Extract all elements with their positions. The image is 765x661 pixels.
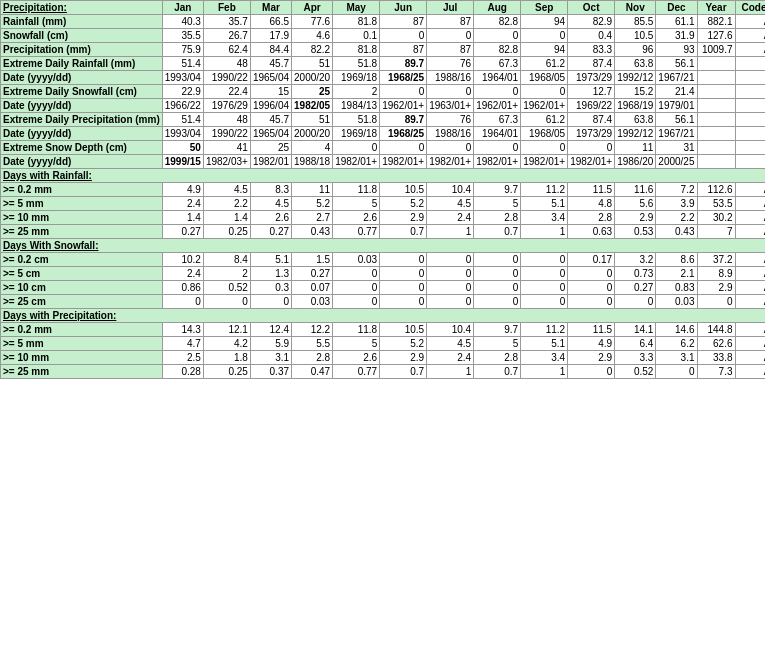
data-cell: 10.5 — [615, 29, 656, 43]
data-cell: 1982/03+ — [203, 155, 250, 169]
data-cell: 4.2 — [203, 337, 250, 351]
data-cell: 4.5 — [203, 183, 250, 197]
data-cell: 0 — [474, 281, 521, 295]
data-cell: 21.4 — [656, 85, 697, 99]
data-cell: 56.1 — [656, 57, 697, 71]
data-cell: 2.8 — [292, 351, 333, 365]
data-cell: 0.43 — [292, 225, 333, 239]
data-cell: 61.1 — [656, 15, 697, 29]
data-cell: 1963/01+ — [427, 99, 474, 113]
data-cell: 63.8 — [615, 57, 656, 71]
data-cell: 0.27 — [615, 281, 656, 295]
data-cell: 5.1 — [521, 337, 568, 351]
row-label: Rainfall (mm) — [1, 15, 163, 29]
data-cell: 67.3 — [474, 113, 521, 127]
data-cell: 0.47 — [292, 365, 333, 379]
data-cell: 45.7 — [250, 113, 291, 127]
data-cell: 67.3 — [474, 57, 521, 71]
data-cell: 2.4 — [162, 267, 203, 281]
data-cell: 0 — [427, 295, 474, 309]
data-cell: 1962/01+ — [380, 99, 427, 113]
row-label: Extreme Daily Precipitation (mm) — [1, 113, 163, 127]
data-cell: 14.1 — [615, 323, 656, 337]
data-cell: 14.3 — [162, 323, 203, 337]
data-cell: 85.5 — [615, 15, 656, 29]
data-cell: 0 — [427, 253, 474, 267]
data-row: >= 25 mm0.280.250.370.470.770.710.7100.5… — [1, 365, 766, 379]
data-cell: 1982/01+ — [521, 155, 568, 169]
data-cell: 11.2 — [521, 183, 568, 197]
data-row: Precipitation (mm)75.962.484.482.281.887… — [1, 43, 766, 57]
data-cell: 11.5 — [568, 323, 615, 337]
data-cell: 5.1 — [250, 253, 291, 267]
data-cell: 4.8 — [568, 197, 615, 211]
data-cell — [735, 141, 765, 155]
data-cell: 4.5 — [250, 197, 291, 211]
data-cell: 0 — [474, 295, 521, 309]
data-cell: 1968/05 — [521, 71, 568, 85]
data-cell: 11.8 — [333, 183, 380, 197]
data-cell: 82.2 — [292, 43, 333, 57]
data-cell: 25 — [250, 141, 291, 155]
data-cell: 2.9 — [568, 351, 615, 365]
data-cell: 87 — [427, 15, 474, 29]
data-cell: 48 — [203, 113, 250, 127]
data-cell: 1969/22 — [568, 99, 615, 113]
data-cell: 1 — [521, 225, 568, 239]
data-cell: 0.03 — [333, 253, 380, 267]
data-cell: 22.9 — [162, 85, 203, 99]
section-header: Days with Precipitation: — [1, 309, 766, 323]
data-cell: 2.4 — [162, 197, 203, 211]
data-cell: 1965/04 — [250, 71, 291, 85]
data-cell: 81.8 — [333, 43, 380, 57]
data-cell: 10.2 — [162, 253, 203, 267]
data-cell: 15 — [250, 85, 291, 99]
data-cell: 0 — [615, 295, 656, 309]
row-label: >= 0.2 mm — [1, 183, 163, 197]
data-cell: 0 — [380, 253, 427, 267]
data-cell: 51.8 — [333, 113, 380, 127]
data-cell: 31 — [656, 141, 697, 155]
data-cell: 1982/01+ — [333, 155, 380, 169]
data-cell: 0 — [521, 253, 568, 267]
data-cell: A — [735, 43, 765, 57]
section-header: Days With Snowfall: — [1, 239, 766, 253]
section-header-label: Days with Precipitation: — [1, 309, 766, 323]
data-cell: 0.28 — [162, 365, 203, 379]
data-cell: 0 — [474, 85, 521, 99]
data-cell: 0 — [474, 29, 521, 43]
column-headers: Precipitation: Jan Feb Mar Apr May Jun J… — [1, 1, 766, 15]
data-cell: 4.6 — [292, 29, 333, 43]
col-header-sep: Sep — [521, 1, 568, 15]
data-cell: 0.52 — [203, 281, 250, 295]
data-cell: 56.1 — [656, 113, 697, 127]
data-row: >= 25 mm0.270.250.270.430.770.710.710.63… — [1, 225, 766, 239]
data-cell: 41 — [203, 141, 250, 155]
data-cell: 77.6 — [292, 15, 333, 29]
data-cell: 1 — [521, 365, 568, 379]
data-cell: 1988/16 — [427, 71, 474, 85]
data-cell: 33.8 — [697, 351, 735, 365]
data-row: Date (yyyy/dd)1999/151982/03+1982/011988… — [1, 155, 766, 169]
data-cell: 48 — [203, 57, 250, 71]
data-cell: 12.1 — [203, 323, 250, 337]
data-cell: 1996/04 — [250, 99, 291, 113]
row-label: >= 0.2 cm — [1, 253, 163, 267]
data-cell: 93 — [656, 43, 697, 57]
data-cell: 11 — [292, 183, 333, 197]
data-cell: 5.6 — [615, 197, 656, 211]
row-label: Date (yyyy/dd) — [1, 71, 163, 85]
data-cell: 2000/20 — [292, 71, 333, 85]
data-cell: 0 — [697, 295, 735, 309]
data-cell: 0 — [568, 281, 615, 295]
data-cell: 11 — [615, 141, 656, 155]
data-cell: 0 — [568, 267, 615, 281]
data-row: Extreme Daily Precipitation (mm)51.44845… — [1, 113, 766, 127]
data-cell: 4 — [292, 141, 333, 155]
data-cell: 1962/01+ — [474, 99, 521, 113]
data-cell: 1988/16 — [427, 127, 474, 141]
data-cell: A — [735, 323, 765, 337]
data-row: Extreme Daily Snowfall (cm)22.922.415252… — [1, 85, 766, 99]
data-cell: 1982/01+ — [380, 155, 427, 169]
data-cell: 0.03 — [656, 295, 697, 309]
